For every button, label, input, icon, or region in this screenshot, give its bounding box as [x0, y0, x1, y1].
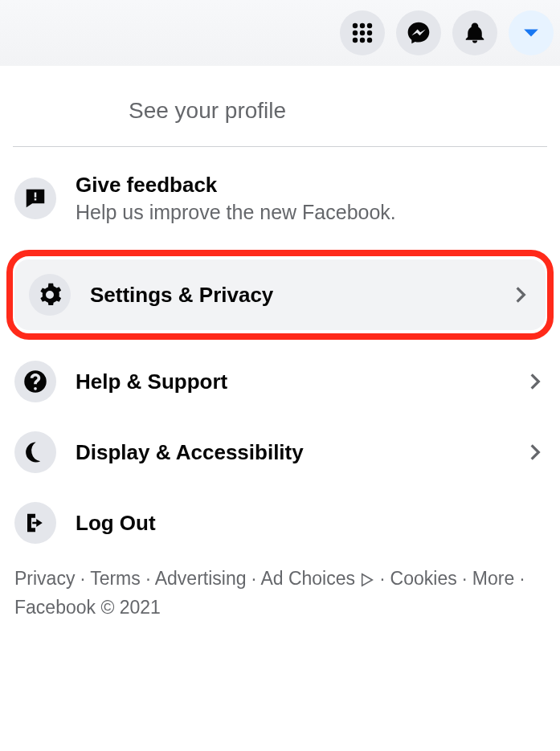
svg-point-0 — [353, 23, 358, 28]
profile-link[interactable]: See your profile — [0, 66, 560, 146]
footer-links: Privacy · Terms · Advertising · Ad Choic… — [0, 558, 560, 628]
menu-grid-button[interactable] — [340, 10, 385, 55]
svg-point-4 — [360, 31, 365, 35]
svg-point-8 — [367, 38, 372, 43]
help-support-item[interactable]: Help & Support — [0, 346, 560, 417]
question-icon — [14, 361, 56, 402]
grid-icon — [351, 22, 374, 44]
bell-icon — [463, 21, 487, 45]
chevron-right-icon — [525, 442, 546, 463]
feedback-text: Give feedback Help us improve the new Fa… — [76, 173, 396, 224]
footer-privacy[interactable]: Privacy — [14, 568, 75, 589]
feedback-icon — [14, 178, 56, 219]
display-accessibility-item[interactable]: Display & Accessibility — [0, 417, 560, 488]
logout-icon — [14, 502, 56, 544]
logout-item[interactable]: Log Out — [0, 488, 560, 558]
footer-more[interactable]: More — [472, 568, 514, 589]
footer-cookies[interactable]: Cookies — [390, 568, 457, 589]
settings-label: Settings & Privacy — [90, 283, 491, 308]
chevron-right-icon — [525, 371, 546, 392]
svg-point-7 — [360, 38, 365, 43]
messenger-icon — [407, 21, 431, 45]
moon-icon — [14, 431, 56, 473]
footer-advertising[interactable]: Advertising — [155, 568, 247, 589]
svg-point-2 — [367, 23, 372, 28]
feedback-title: Give feedback — [76, 173, 396, 198]
highlight-annotation: Settings & Privacy — [6, 250, 554, 340]
help-label: Help & Support — [76, 369, 505, 394]
gear-icon — [29, 274, 71, 316]
account-menu-button[interactable] — [509, 10, 554, 55]
svg-point-3 — [353, 31, 358, 35]
svg-point-1 — [360, 23, 365, 28]
top-nav — [0, 0, 560, 66]
footer-adchoices[interactable]: Ad Choices — [260, 568, 355, 589]
footer-terms[interactable]: Terms — [90, 568, 141, 589]
give-feedback-item[interactable]: Give feedback Help us improve the new Fa… — [0, 147, 560, 243]
see-profile-label: See your profile — [129, 98, 544, 124]
messenger-button[interactable] — [396, 10, 441, 55]
caret-down-icon — [522, 24, 540, 42]
svg-point-5 — [367, 31, 372, 35]
chevron-right-icon — [510, 284, 531, 305]
settings-privacy-item[interactable]: Settings & Privacy — [14, 259, 546, 330]
notifications-button[interactable] — [452, 10, 497, 55]
adchoices-icon — [360, 573, 374, 587]
display-label: Display & Accessibility — [76, 440, 505, 465]
logout-label: Log Out — [76, 511, 546, 536]
feedback-subtitle: Help us improve the new Facebook. — [76, 201, 396, 224]
footer-copyright: Facebook © 2021 — [14, 597, 161, 618]
svg-point-6 — [353, 38, 358, 43]
